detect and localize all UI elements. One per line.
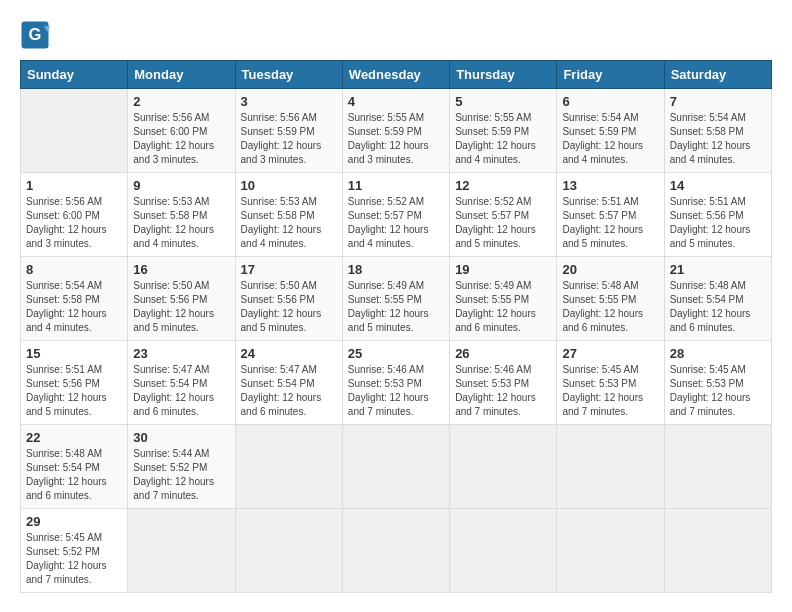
day-number: 18 [348, 262, 444, 277]
day-info: Sunrise: 5:50 AM Sunset: 5:56 PM Dayligh… [133, 279, 229, 335]
calendar-day [342, 509, 449, 593]
day-number: 23 [133, 346, 229, 361]
day-info: Sunrise: 5:44 AM Sunset: 5:52 PM Dayligh… [133, 447, 229, 503]
day-info: Sunrise: 5:45 AM Sunset: 5:52 PM Dayligh… [26, 531, 122, 587]
calendar-day [450, 509, 557, 593]
day-info: Sunrise: 5:52 AM Sunset: 5:57 PM Dayligh… [455, 195, 551, 251]
day-info: Sunrise: 5:54 AM Sunset: 5:59 PM Dayligh… [562, 111, 658, 167]
calendar-day: 21Sunrise: 5:48 AM Sunset: 5:54 PM Dayli… [664, 257, 771, 341]
calendar-day: 4Sunrise: 5:55 AM Sunset: 5:59 PM Daylig… [342, 89, 449, 173]
calendar-day: 30Sunrise: 5:44 AM Sunset: 5:52 PM Dayli… [128, 425, 235, 509]
calendar-table: SundayMondayTuesdayWednesdayThursdayFrid… [20, 60, 772, 593]
logo: G [20, 20, 54, 50]
day-info: Sunrise: 5:51 AM Sunset: 5:56 PM Dayligh… [26, 363, 122, 419]
calendar-day [235, 509, 342, 593]
day-number: 4 [348, 94, 444, 109]
day-number: 1 [26, 178, 122, 193]
day-number: 21 [670, 262, 766, 277]
day-info: Sunrise: 5:51 AM Sunset: 5:56 PM Dayligh… [670, 195, 766, 251]
calendar-day [557, 509, 664, 593]
day-number: 27 [562, 346, 658, 361]
day-info: Sunrise: 5:48 AM Sunset: 5:55 PM Dayligh… [562, 279, 658, 335]
calendar-day: 28Sunrise: 5:45 AM Sunset: 5:53 PM Dayli… [664, 341, 771, 425]
day-info: Sunrise: 5:54 AM Sunset: 5:58 PM Dayligh… [670, 111, 766, 167]
day-number: 28 [670, 346, 766, 361]
day-number: 8 [26, 262, 122, 277]
day-number: 2 [133, 94, 229, 109]
calendar-day: 24Sunrise: 5:47 AM Sunset: 5:54 PM Dayli… [235, 341, 342, 425]
col-header-friday: Friday [557, 61, 664, 89]
calendar-day: 22Sunrise: 5:48 AM Sunset: 5:54 PM Dayli… [21, 425, 128, 509]
logo-icon: G [20, 20, 50, 50]
day-info: Sunrise: 5:56 AM Sunset: 6:00 PM Dayligh… [26, 195, 122, 251]
day-info: Sunrise: 5:50 AM Sunset: 5:56 PM Dayligh… [241, 279, 337, 335]
day-info: Sunrise: 5:45 AM Sunset: 5:53 PM Dayligh… [562, 363, 658, 419]
calendar-day: 10Sunrise: 5:53 AM Sunset: 5:58 PM Dayli… [235, 173, 342, 257]
calendar-day [557, 425, 664, 509]
calendar-day: 11Sunrise: 5:52 AM Sunset: 5:57 PM Dayli… [342, 173, 449, 257]
col-header-sunday: Sunday [21, 61, 128, 89]
calendar-day: 26Sunrise: 5:46 AM Sunset: 5:53 PM Dayli… [450, 341, 557, 425]
day-number: 5 [455, 94, 551, 109]
calendar-week-4: 22Sunrise: 5:48 AM Sunset: 5:54 PM Dayli… [21, 425, 772, 509]
calendar-day [128, 509, 235, 593]
day-info: Sunrise: 5:54 AM Sunset: 5:58 PM Dayligh… [26, 279, 122, 335]
day-info: Sunrise: 5:53 AM Sunset: 5:58 PM Dayligh… [133, 195, 229, 251]
calendar-day: 14Sunrise: 5:51 AM Sunset: 5:56 PM Dayli… [664, 173, 771, 257]
calendar-day: 7Sunrise: 5:54 AM Sunset: 5:58 PM Daylig… [664, 89, 771, 173]
day-info: Sunrise: 5:55 AM Sunset: 5:59 PM Dayligh… [455, 111, 551, 167]
day-number: 7 [670, 94, 766, 109]
day-info: Sunrise: 5:48 AM Sunset: 5:54 PM Dayligh… [26, 447, 122, 503]
calendar-day [342, 425, 449, 509]
calendar-day: 6Sunrise: 5:54 AM Sunset: 5:59 PM Daylig… [557, 89, 664, 173]
day-number: 6 [562, 94, 658, 109]
calendar-day: 25Sunrise: 5:46 AM Sunset: 5:53 PM Dayli… [342, 341, 449, 425]
calendar-day [450, 425, 557, 509]
col-header-tuesday: Tuesday [235, 61, 342, 89]
calendar-day: 17Sunrise: 5:50 AM Sunset: 5:56 PM Dayli… [235, 257, 342, 341]
col-header-saturday: Saturday [664, 61, 771, 89]
calendar-week-1: 1Sunrise: 5:56 AM Sunset: 6:00 PM Daylig… [21, 173, 772, 257]
day-number: 16 [133, 262, 229, 277]
calendar-day [664, 509, 771, 593]
day-info: Sunrise: 5:52 AM Sunset: 5:57 PM Dayligh… [348, 195, 444, 251]
col-header-wednesday: Wednesday [342, 61, 449, 89]
day-number: 20 [562, 262, 658, 277]
calendar-header: SundayMondayTuesdayWednesdayThursdayFrid… [21, 61, 772, 89]
day-number: 30 [133, 430, 229, 445]
calendar-day: 23Sunrise: 5:47 AM Sunset: 5:54 PM Dayli… [128, 341, 235, 425]
day-info: Sunrise: 5:46 AM Sunset: 5:53 PM Dayligh… [348, 363, 444, 419]
calendar-day: 15Sunrise: 5:51 AM Sunset: 5:56 PM Dayli… [21, 341, 128, 425]
calendar-week-5: 29Sunrise: 5:45 AM Sunset: 5:52 PM Dayli… [21, 509, 772, 593]
day-info: Sunrise: 5:56 AM Sunset: 6:00 PM Dayligh… [133, 111, 229, 167]
col-header-thursday: Thursday [450, 61, 557, 89]
day-number: 24 [241, 346, 337, 361]
svg-text:G: G [29, 25, 42, 43]
day-number: 11 [348, 178, 444, 193]
day-number: 13 [562, 178, 658, 193]
day-info: Sunrise: 5:56 AM Sunset: 5:59 PM Dayligh… [241, 111, 337, 167]
day-number: 25 [348, 346, 444, 361]
calendar-week-3: 15Sunrise: 5:51 AM Sunset: 5:56 PM Dayli… [21, 341, 772, 425]
calendar-day: 12Sunrise: 5:52 AM Sunset: 5:57 PM Dayli… [450, 173, 557, 257]
day-info: Sunrise: 5:49 AM Sunset: 5:55 PM Dayligh… [348, 279, 444, 335]
day-number: 26 [455, 346, 551, 361]
calendar-day [21, 89, 128, 173]
day-info: Sunrise: 5:49 AM Sunset: 5:55 PM Dayligh… [455, 279, 551, 335]
calendar-day: 19Sunrise: 5:49 AM Sunset: 5:55 PM Dayli… [450, 257, 557, 341]
calendar-day: 3Sunrise: 5:56 AM Sunset: 5:59 PM Daylig… [235, 89, 342, 173]
col-header-monday: Monday [128, 61, 235, 89]
day-info: Sunrise: 5:51 AM Sunset: 5:57 PM Dayligh… [562, 195, 658, 251]
calendar-day: 16Sunrise: 5:50 AM Sunset: 5:56 PM Dayli… [128, 257, 235, 341]
calendar-day: 27Sunrise: 5:45 AM Sunset: 5:53 PM Dayli… [557, 341, 664, 425]
calendar-day [664, 425, 771, 509]
day-number: 3 [241, 94, 337, 109]
calendar-day [235, 425, 342, 509]
day-info: Sunrise: 5:45 AM Sunset: 5:53 PM Dayligh… [670, 363, 766, 419]
day-number: 12 [455, 178, 551, 193]
calendar-day: 9Sunrise: 5:53 AM Sunset: 5:58 PM Daylig… [128, 173, 235, 257]
day-number: 14 [670, 178, 766, 193]
day-info: Sunrise: 5:55 AM Sunset: 5:59 PM Dayligh… [348, 111, 444, 167]
day-number: 10 [241, 178, 337, 193]
calendar-day: 20Sunrise: 5:48 AM Sunset: 5:55 PM Dayli… [557, 257, 664, 341]
